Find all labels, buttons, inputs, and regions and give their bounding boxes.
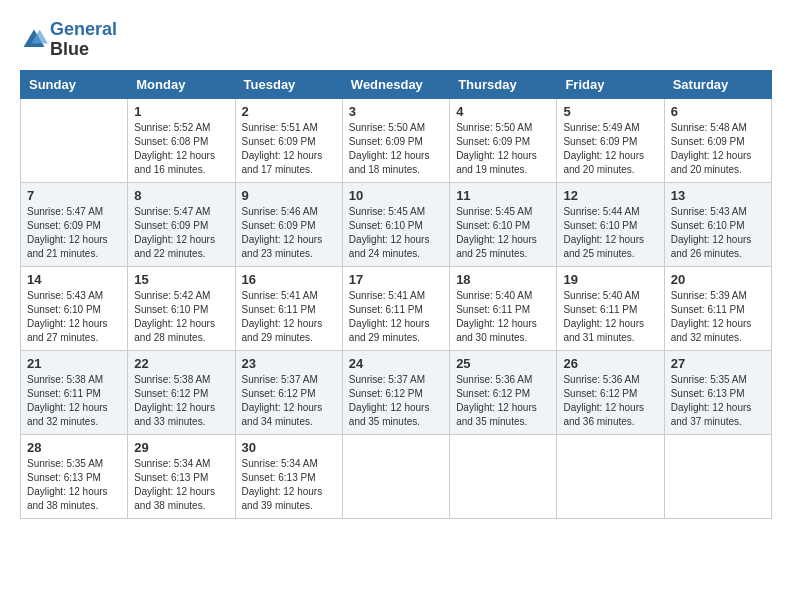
- calendar-cell: [557, 434, 664, 518]
- calendar-cell: 23 Sunrise: 5:37 AM Sunset: 6:12 PM Dayl…: [235, 350, 342, 434]
- calendar-cell: 1 Sunrise: 5:52 AM Sunset: 6:08 PM Dayli…: [128, 98, 235, 182]
- day-number: 18: [456, 272, 550, 287]
- day-number: 21: [27, 356, 121, 371]
- day-info: Sunrise: 5:37 AM Sunset: 6:12 PM Dayligh…: [242, 373, 336, 429]
- calendar-header: SundayMondayTuesdayWednesdayThursdayFrid…: [21, 70, 772, 98]
- day-number: 29: [134, 440, 228, 455]
- calendar-cell: 4 Sunrise: 5:50 AM Sunset: 6:09 PM Dayli…: [450, 98, 557, 182]
- day-number: 6: [671, 104, 765, 119]
- day-number: 5: [563, 104, 657, 119]
- day-number: 13: [671, 188, 765, 203]
- day-number: 14: [27, 272, 121, 287]
- calendar-cell: 13 Sunrise: 5:43 AM Sunset: 6:10 PM Dayl…: [664, 182, 771, 266]
- day-number: 20: [671, 272, 765, 287]
- day-info: Sunrise: 5:38 AM Sunset: 6:11 PM Dayligh…: [27, 373, 121, 429]
- page-header: GeneralBlue: [20, 20, 772, 60]
- calendar-week-row: 21 Sunrise: 5:38 AM Sunset: 6:11 PM Dayl…: [21, 350, 772, 434]
- calendar-cell: 26 Sunrise: 5:36 AM Sunset: 6:12 PM Dayl…: [557, 350, 664, 434]
- calendar-cell: 9 Sunrise: 5:46 AM Sunset: 6:09 PM Dayli…: [235, 182, 342, 266]
- day-info: Sunrise: 5:38 AM Sunset: 6:12 PM Dayligh…: [134, 373, 228, 429]
- day-number: 30: [242, 440, 336, 455]
- calendar-cell: 3 Sunrise: 5:50 AM Sunset: 6:09 PM Dayli…: [342, 98, 449, 182]
- calendar-cell: 28 Sunrise: 5:35 AM Sunset: 6:13 PM Dayl…: [21, 434, 128, 518]
- calendar-cell: [21, 98, 128, 182]
- calendar-cell: [664, 434, 771, 518]
- calendar-cell: 29 Sunrise: 5:34 AM Sunset: 6:13 PM Dayl…: [128, 434, 235, 518]
- calendar-cell: 30 Sunrise: 5:34 AM Sunset: 6:13 PM Dayl…: [235, 434, 342, 518]
- day-number: 1: [134, 104, 228, 119]
- day-info: Sunrise: 5:40 AM Sunset: 6:11 PM Dayligh…: [563, 289, 657, 345]
- day-info: Sunrise: 5:44 AM Sunset: 6:10 PM Dayligh…: [563, 205, 657, 261]
- calendar-cell: 7 Sunrise: 5:47 AM Sunset: 6:09 PM Dayli…: [21, 182, 128, 266]
- day-info: Sunrise: 5:45 AM Sunset: 6:10 PM Dayligh…: [456, 205, 550, 261]
- day-number: 23: [242, 356, 336, 371]
- day-number: 2: [242, 104, 336, 119]
- calendar-cell: 8 Sunrise: 5:47 AM Sunset: 6:09 PM Dayli…: [128, 182, 235, 266]
- day-info: Sunrise: 5:41 AM Sunset: 6:11 PM Dayligh…: [242, 289, 336, 345]
- calendar-cell: [342, 434, 449, 518]
- calendar-cell: 27 Sunrise: 5:35 AM Sunset: 6:13 PM Dayl…: [664, 350, 771, 434]
- day-number: 7: [27, 188, 121, 203]
- day-info: Sunrise: 5:35 AM Sunset: 6:13 PM Dayligh…: [27, 457, 121, 513]
- day-info: Sunrise: 5:45 AM Sunset: 6:10 PM Dayligh…: [349, 205, 443, 261]
- calendar-cell: 15 Sunrise: 5:42 AM Sunset: 6:10 PM Dayl…: [128, 266, 235, 350]
- weekday-header: Monday: [128, 70, 235, 98]
- calendar-cell: 16 Sunrise: 5:41 AM Sunset: 6:11 PM Dayl…: [235, 266, 342, 350]
- weekday-row: SundayMondayTuesdayWednesdayThursdayFrid…: [21, 70, 772, 98]
- day-info: Sunrise: 5:46 AM Sunset: 6:09 PM Dayligh…: [242, 205, 336, 261]
- calendar-cell: 18 Sunrise: 5:40 AM Sunset: 6:11 PM Dayl…: [450, 266, 557, 350]
- calendar-week-row: 14 Sunrise: 5:43 AM Sunset: 6:10 PM Dayl…: [21, 266, 772, 350]
- weekday-header: Thursday: [450, 70, 557, 98]
- day-info: Sunrise: 5:43 AM Sunset: 6:10 PM Dayligh…: [27, 289, 121, 345]
- day-info: Sunrise: 5:48 AM Sunset: 6:09 PM Dayligh…: [671, 121, 765, 177]
- day-info: Sunrise: 5:41 AM Sunset: 6:11 PM Dayligh…: [349, 289, 443, 345]
- day-info: Sunrise: 5:47 AM Sunset: 6:09 PM Dayligh…: [134, 205, 228, 261]
- calendar-cell: 21 Sunrise: 5:38 AM Sunset: 6:11 PM Dayl…: [21, 350, 128, 434]
- calendar-cell: 17 Sunrise: 5:41 AM Sunset: 6:11 PM Dayl…: [342, 266, 449, 350]
- calendar-week-row: 1 Sunrise: 5:52 AM Sunset: 6:08 PM Dayli…: [21, 98, 772, 182]
- logo-icon: [20, 26, 48, 54]
- day-number: 4: [456, 104, 550, 119]
- calendar-table: SundayMondayTuesdayWednesdayThursdayFrid…: [20, 70, 772, 519]
- calendar-cell: 6 Sunrise: 5:48 AM Sunset: 6:09 PM Dayli…: [664, 98, 771, 182]
- day-number: 24: [349, 356, 443, 371]
- day-number: 28: [27, 440, 121, 455]
- day-info: Sunrise: 5:52 AM Sunset: 6:08 PM Dayligh…: [134, 121, 228, 177]
- calendar-cell: 19 Sunrise: 5:40 AM Sunset: 6:11 PM Dayl…: [557, 266, 664, 350]
- calendar-cell: 12 Sunrise: 5:44 AM Sunset: 6:10 PM Dayl…: [557, 182, 664, 266]
- logo-text: GeneralBlue: [50, 20, 117, 60]
- day-number: 3: [349, 104, 443, 119]
- weekday-header: Wednesday: [342, 70, 449, 98]
- day-info: Sunrise: 5:51 AM Sunset: 6:09 PM Dayligh…: [242, 121, 336, 177]
- day-info: Sunrise: 5:37 AM Sunset: 6:12 PM Dayligh…: [349, 373, 443, 429]
- day-info: Sunrise: 5:40 AM Sunset: 6:11 PM Dayligh…: [456, 289, 550, 345]
- day-info: Sunrise: 5:43 AM Sunset: 6:10 PM Dayligh…: [671, 205, 765, 261]
- day-info: Sunrise: 5:34 AM Sunset: 6:13 PM Dayligh…: [242, 457, 336, 513]
- day-number: 9: [242, 188, 336, 203]
- weekday-header: Sunday: [21, 70, 128, 98]
- day-info: Sunrise: 5:50 AM Sunset: 6:09 PM Dayligh…: [349, 121, 443, 177]
- day-info: Sunrise: 5:39 AM Sunset: 6:11 PM Dayligh…: [671, 289, 765, 345]
- calendar-week-row: 28 Sunrise: 5:35 AM Sunset: 6:13 PM Dayl…: [21, 434, 772, 518]
- calendar-cell: 5 Sunrise: 5:49 AM Sunset: 6:09 PM Dayli…: [557, 98, 664, 182]
- calendar-cell: 22 Sunrise: 5:38 AM Sunset: 6:12 PM Dayl…: [128, 350, 235, 434]
- day-info: Sunrise: 5:35 AM Sunset: 6:13 PM Dayligh…: [671, 373, 765, 429]
- day-number: 22: [134, 356, 228, 371]
- calendar-cell: 10 Sunrise: 5:45 AM Sunset: 6:10 PM Dayl…: [342, 182, 449, 266]
- weekday-header: Saturday: [664, 70, 771, 98]
- day-info: Sunrise: 5:49 AM Sunset: 6:09 PM Dayligh…: [563, 121, 657, 177]
- calendar-cell: 20 Sunrise: 5:39 AM Sunset: 6:11 PM Dayl…: [664, 266, 771, 350]
- day-number: 15: [134, 272, 228, 287]
- day-number: 19: [563, 272, 657, 287]
- calendar-week-row: 7 Sunrise: 5:47 AM Sunset: 6:09 PM Dayli…: [21, 182, 772, 266]
- calendar-cell: 25 Sunrise: 5:36 AM Sunset: 6:12 PM Dayl…: [450, 350, 557, 434]
- day-number: 26: [563, 356, 657, 371]
- day-info: Sunrise: 5:36 AM Sunset: 6:12 PM Dayligh…: [563, 373, 657, 429]
- day-info: Sunrise: 5:50 AM Sunset: 6:09 PM Dayligh…: [456, 121, 550, 177]
- weekday-header: Friday: [557, 70, 664, 98]
- calendar-cell: 14 Sunrise: 5:43 AM Sunset: 6:10 PM Dayl…: [21, 266, 128, 350]
- calendar-cell: [450, 434, 557, 518]
- day-number: 11: [456, 188, 550, 203]
- day-number: 8: [134, 188, 228, 203]
- day-number: 27: [671, 356, 765, 371]
